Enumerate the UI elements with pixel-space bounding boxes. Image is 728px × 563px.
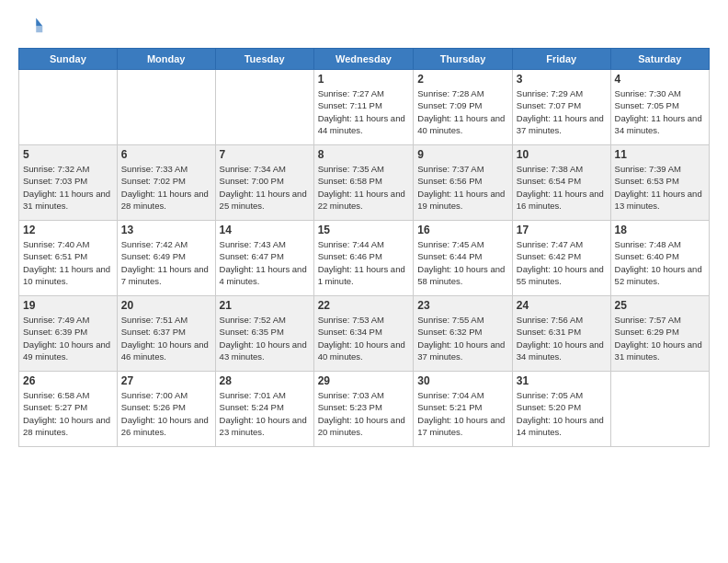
day-info: Sunrise: 7:52 AM Sunset: 6:35 PM Dayligh… [220,314,310,362]
day-cell: 12Sunrise: 7:40 AM Sunset: 6:51 PM Dayli… [19,221,118,296]
day-info: Sunrise: 7:05 AM Sunset: 5:20 PM Dayligh… [517,389,607,438]
day-number: 11 [615,148,705,161]
day-number: 20 [121,299,211,312]
calendar-page: SundayMondayTuesdayWednesdayThursdayFrid… [0,0,728,563]
day-number: 30 [417,374,508,387]
day-number: 19 [23,299,113,312]
svg-marker-0 [36,18,42,27]
day-cell: 5Sunrise: 7:32 AM Sunset: 7:03 PM Daylig… [19,145,118,221]
day-cell: 19Sunrise: 7:49 AM Sunset: 6:39 PM Dayli… [19,296,118,372]
day-number: 27 [121,374,211,387]
day-info: Sunrise: 7:39 AM Sunset: 6:53 PM Dayligh… [615,163,705,212]
day-cell: 15Sunrise: 7:44 AM Sunset: 6:46 PM Dayli… [313,221,414,296]
day-cell: 22Sunrise: 7:53 AM Sunset: 6:34 PM Dayli… [313,296,414,372]
day-number: 1 [318,73,410,86]
day-info: Sunrise: 7:55 AM Sunset: 6:32 PM Dayligh… [417,314,508,362]
day-cell: 1Sunrise: 7:27 AM Sunset: 7:11 PM Daylig… [313,70,414,145]
day-info: Sunrise: 7:29 AM Sunset: 7:07 PM Dayligh… [517,87,607,136]
day-info: Sunrise: 7:34 AM Sunset: 7:00 PM Dayligh… [220,163,310,212]
day-info: Sunrise: 7:28 AM Sunset: 7:09 PM Dayligh… [417,87,508,136]
calendar-table: SundayMondayTuesdayWednesdayThursdayFrid… [18,48,710,447]
day-info: Sunrise: 7:37 AM Sunset: 6:56 PM Dayligh… [417,163,508,212]
day-cell: 7Sunrise: 7:34 AM Sunset: 7:00 PM Daylig… [215,145,313,221]
day-number: 31 [517,374,607,387]
day-info: Sunrise: 7:48 AM Sunset: 6:40 PM Dayligh… [615,238,705,287]
day-cell [117,70,215,145]
day-info: Sunrise: 7:49 AM Sunset: 6:39 PM Dayligh… [23,314,113,362]
day-cell: 3Sunrise: 7:29 AM Sunset: 7:07 PM Daylig… [512,70,610,145]
week-row-2: 5Sunrise: 7:32 AM Sunset: 7:03 PM Daylig… [19,145,710,221]
day-cell: 28Sunrise: 7:01 AM Sunset: 5:24 PM Dayli… [215,372,313,447]
day-number: 16 [417,224,508,236]
day-number: 9 [417,148,508,161]
day-cell [19,70,118,145]
day-cell: 10Sunrise: 7:38 AM Sunset: 6:54 PM Dayli… [512,145,610,221]
day-cell: 23Sunrise: 7:55 AM Sunset: 6:32 PM Dayli… [414,296,513,372]
svg-marker-1 [36,26,42,32]
day-info: Sunrise: 7:51 AM Sunset: 6:37 PM Dayligh… [121,314,211,362]
day-number: 4 [615,73,705,86]
day-info: Sunrise: 7:56 AM Sunset: 6:31 PM Dayligh… [517,314,607,362]
weekday-header-sunday: Sunday [19,49,118,70]
day-info: Sunrise: 7:01 AM Sunset: 5:24 PM Dayligh… [220,389,310,438]
day-info: Sunrise: 7:45 AM Sunset: 6:44 PM Dayligh… [417,238,508,287]
day-number: 25 [615,299,705,312]
day-cell: 20Sunrise: 7:51 AM Sunset: 6:37 PM Dayli… [117,296,215,372]
day-cell: 13Sunrise: 7:42 AM Sunset: 6:49 PM Dayli… [117,221,215,296]
day-cell: 8Sunrise: 7:35 AM Sunset: 6:58 PM Daylig… [313,145,414,221]
day-info: Sunrise: 7:43 AM Sunset: 6:47 PM Dayligh… [220,238,310,287]
day-number: 10 [517,148,607,161]
weekday-header-wednesday: Wednesday [313,49,414,70]
day-info: Sunrise: 7:42 AM Sunset: 6:49 PM Dayligh… [121,238,211,287]
week-row-4: 19Sunrise: 7:49 AM Sunset: 6:39 PM Dayli… [19,296,710,372]
day-number: 18 [615,224,705,236]
logo-icon [18,15,44,40]
day-cell: 29Sunrise: 7:03 AM Sunset: 5:23 PM Dayli… [313,372,414,447]
day-info: Sunrise: 7:33 AM Sunset: 7:02 PM Dayligh… [121,163,211,212]
day-cell: 30Sunrise: 7:04 AM Sunset: 5:21 PM Dayli… [414,372,513,447]
day-info: Sunrise: 7:38 AM Sunset: 6:54 PM Dayligh… [517,163,607,212]
week-row-5: 26Sunrise: 6:58 AM Sunset: 5:27 PM Dayli… [19,372,710,447]
week-row-3: 12Sunrise: 7:40 AM Sunset: 6:51 PM Dayli… [19,221,710,296]
day-info: Sunrise: 7:32 AM Sunset: 7:03 PM Dayligh… [23,163,113,212]
week-row-1: 1Sunrise: 7:27 AM Sunset: 7:11 PM Daylig… [19,70,710,145]
day-cell: 26Sunrise: 6:58 AM Sunset: 5:27 PM Dayli… [19,372,118,447]
day-cell: 27Sunrise: 7:00 AM Sunset: 5:26 PM Dayli… [117,372,215,447]
weekday-header-thursday: Thursday [414,49,513,70]
day-info: Sunrise: 7:40 AM Sunset: 6:51 PM Dayligh… [23,238,113,287]
day-number: 3 [517,73,607,86]
day-number: 14 [220,224,310,236]
day-cell: 9Sunrise: 7:37 AM Sunset: 6:56 PM Daylig… [414,145,513,221]
weekday-header-saturday: Saturday [610,49,709,70]
day-number: 22 [318,299,410,312]
weekday-header-monday: Monday [117,49,215,70]
day-number: 24 [517,299,607,312]
day-info: Sunrise: 7:47 AM Sunset: 6:42 PM Dayligh… [517,238,607,287]
day-cell: 17Sunrise: 7:47 AM Sunset: 6:42 PM Dayli… [512,221,610,296]
day-number: 6 [121,148,211,161]
day-cell [215,70,313,145]
day-cell: 16Sunrise: 7:45 AM Sunset: 6:44 PM Dayli… [414,221,513,296]
weekday-header-tuesday: Tuesday [215,49,313,70]
day-cell: 11Sunrise: 7:39 AM Sunset: 6:53 PM Dayli… [610,145,709,221]
day-info: Sunrise: 7:04 AM Sunset: 5:21 PM Dayligh… [417,389,508,438]
day-number: 28 [220,374,310,387]
day-cell: 21Sunrise: 7:52 AM Sunset: 6:35 PM Dayli… [215,296,313,372]
weekday-header-friday: Friday [512,49,610,70]
day-cell: 6Sunrise: 7:33 AM Sunset: 7:02 PM Daylig… [117,145,215,221]
day-cell: 31Sunrise: 7:05 AM Sunset: 5:20 PM Dayli… [512,372,610,447]
day-info: Sunrise: 6:58 AM Sunset: 5:27 PM Dayligh… [23,389,113,438]
day-number: 8 [318,148,410,161]
day-number: 5 [23,148,113,161]
day-info: Sunrise: 7:44 AM Sunset: 6:46 PM Dayligh… [318,238,410,287]
logo [18,15,48,40]
header [18,15,710,40]
day-info: Sunrise: 7:53 AM Sunset: 6:34 PM Dayligh… [318,314,410,362]
day-number: 21 [220,299,310,312]
day-info: Sunrise: 7:35 AM Sunset: 6:58 PM Dayligh… [318,163,410,212]
day-cell: 2Sunrise: 7:28 AM Sunset: 7:09 PM Daylig… [414,70,513,145]
day-number: 29 [318,374,410,387]
day-cell [610,372,709,447]
day-cell: 24Sunrise: 7:56 AM Sunset: 6:31 PM Dayli… [512,296,610,372]
day-cell: 4Sunrise: 7:30 AM Sunset: 7:05 PM Daylig… [610,70,709,145]
